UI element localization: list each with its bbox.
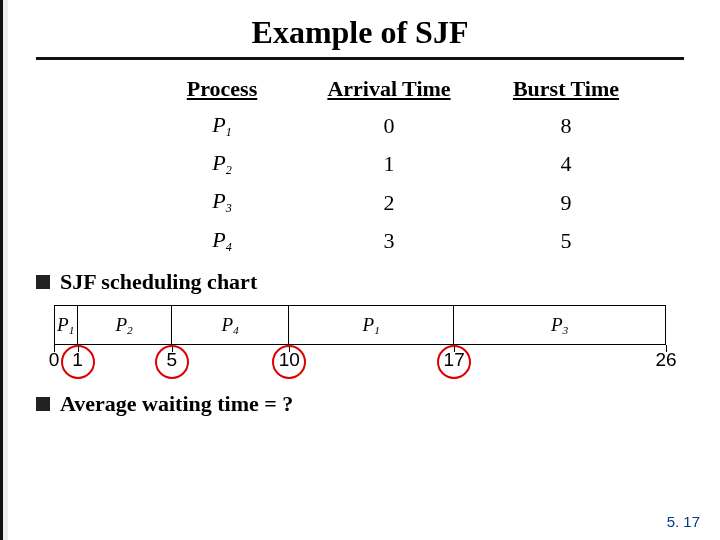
col-burst: Burst Time (486, 72, 646, 106)
gantt-segment-label: P2 (115, 314, 132, 336)
gantt-chart: P1P2P4P1P3015101726 (54, 305, 666, 365)
gantt-segment-label: P4 (221, 314, 238, 336)
cell-process: P2 (152, 146, 292, 182)
cell-burst: 8 (486, 108, 646, 144)
gantt-segment: P1 (289, 305, 454, 345)
gantt-segment: P3 (454, 305, 666, 345)
cell-process: P3 (152, 184, 292, 220)
bullet-square-icon (36, 397, 50, 411)
col-process: Process (152, 72, 292, 106)
cell-burst: 4 (486, 146, 646, 182)
gantt-segment: P1 (54, 305, 78, 345)
bullet-scheduling-chart: SJF scheduling chart (36, 269, 720, 295)
title-rule (36, 57, 684, 60)
bullet-avg-waiting: Average waiting time = ? (36, 391, 720, 417)
process-table: Process Arrival Time Burst Time P1 0 8 P… (150, 70, 648, 261)
cell-process: P1 (152, 108, 292, 144)
process-sub: 4 (226, 240, 232, 254)
gantt-tick-label: 10 (279, 349, 300, 371)
gantt-tick-label: 5 (166, 349, 177, 371)
cell-arrival: 0 (294, 108, 484, 144)
gantt-tick-label: 26 (655, 349, 676, 371)
gantt-segment-label: P1 (363, 314, 380, 336)
table-row: P2 1 4 (152, 146, 646, 182)
cell-arrival: 2 (294, 184, 484, 220)
process-base: P (212, 227, 225, 252)
bullet-square-icon (36, 275, 50, 289)
table-header-row: Process Arrival Time Burst Time (152, 72, 646, 106)
gantt-tick-label: 0 (49, 349, 60, 371)
table-row: P1 0 8 (152, 108, 646, 144)
col-arrival: Arrival Time (294, 72, 484, 106)
gantt-segment: P4 (172, 305, 290, 345)
process-sub: 3 (226, 202, 232, 216)
cell-burst: 5 (486, 223, 646, 259)
bullet-text: SJF scheduling chart (60, 269, 257, 295)
gantt-segment-label: P1 (57, 314, 74, 336)
page-number: 5. 17 (667, 513, 700, 530)
gantt-tick-label: 17 (444, 349, 465, 371)
process-base: P (212, 150, 225, 175)
cell-arrival: 3 (294, 223, 484, 259)
process-base: P (212, 112, 225, 137)
gantt-tick-label: 1 (72, 349, 83, 371)
gantt-segment-label: P3 (551, 314, 568, 336)
bullet-text: Average waiting time = ? (60, 391, 293, 417)
process-sub: 1 (226, 125, 232, 139)
sidebar-stripe (0, 0, 8, 540)
process-sub: 2 (226, 163, 232, 177)
gantt-segment: P2 (78, 305, 172, 345)
process-base: P (212, 188, 225, 213)
table-row: P4 3 5 (152, 223, 646, 259)
cell-process: P4 (152, 223, 292, 259)
table-row: P3 2 9 (152, 184, 646, 220)
page-title: Example of SJF (0, 14, 720, 51)
cell-arrival: 1 (294, 146, 484, 182)
cell-burst: 9 (486, 184, 646, 220)
